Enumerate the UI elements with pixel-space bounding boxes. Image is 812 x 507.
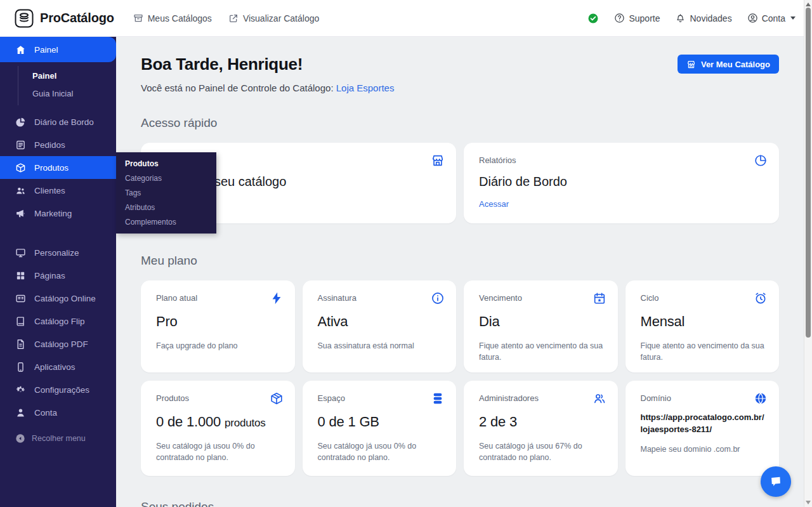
card-desc: Fique atento ao vencimento da sua fatura… — [479, 340, 605, 363]
sidebar-item-configuracoes[interactable]: Configurações — [0, 378, 116, 401]
sidebar-item-label: Painel — [34, 45, 58, 55]
layers-logo-icon — [14, 8, 34, 29]
flyout-item-categorias[interactable]: Categorias — [116, 171, 216, 186]
sidebar-item-label: Conta — [34, 408, 57, 418]
sidebar-item-personalize[interactable]: Personalize — [0, 241, 116, 264]
view-catalog-button[interactable]: Ver Meu Catálogo — [678, 55, 779, 74]
support-menu[interactable]: Suporte — [614, 13, 660, 23]
package-icon — [270, 392, 284, 405]
list-card-icon — [15, 293, 26, 304]
sidebar-item-marketing[interactable]: Marketing — [0, 202, 116, 225]
collapse-menu-button[interactable]: Recolher menu — [0, 430, 116, 447]
main-content: Boa Tarde, Henrique! Você está no Painel… — [116, 37, 804, 507]
card-value: 2 de 3 — [479, 414, 605, 430]
collapse-arrow-icon — [15, 433, 25, 444]
sidebar-item-label: Pedidos — [34, 140, 65, 150]
sidebar-item-catalogo-flip[interactable]: Catálogo Flip — [0, 310, 116, 333]
chevron-down-icon — [790, 16, 796, 20]
card-desc: Mapeie seu dominio .com.br — [641, 444, 767, 455]
page-greeting: Boa Tarde, Henrique! — [141, 55, 394, 74]
nav-label: Visualizar Catálogo — [243, 13, 319, 23]
gear-icon — [15, 385, 26, 395]
sidebar-item-label: Diário de Bordo — [34, 117, 94, 127]
orders-icon — [15, 140, 26, 150]
flyout-item-complementos[interactable]: Complementos — [116, 215, 216, 230]
scrollbar-thumb[interactable] — [806, 8, 811, 338]
card-desc: Seu catálogo já usou 0% do contratado no… — [318, 440, 444, 463]
brand-logo[interactable]: ProCatálogo — [14, 8, 114, 29]
card-value: 0 de 1.000 produtos — [156, 414, 282, 430]
help-circle-icon — [614, 13, 625, 23]
quick-access-heading: Acesso rápido — [141, 116, 779, 130]
user-icon — [15, 407, 26, 418]
usage-value: 0 de 1.000 — [156, 414, 221, 430]
card-label: Ciclo — [641, 293, 767, 303]
domain-url: https://app.procatalogo.com.br/lojaespor… — [641, 412, 767, 436]
catalog-name-link[interactable]: Loja Esportes — [336, 82, 395, 93]
news-label: Novidades — [690, 13, 731, 23]
sidebar-item-label: Configurações — [34, 385, 89, 395]
card-label: Assinatura — [318, 293, 444, 303]
calendar-icon — [593, 291, 606, 305]
card-label: Domínio — [641, 393, 767, 403]
pie-chart-icon — [754, 154, 768, 168]
sidebar-item-pedidos[interactable]: Pedidos — [0, 133, 116, 156]
scroll-down-arrow-icon[interactable] — [806, 501, 811, 504]
storefront-icon — [431, 154, 445, 168]
sidebar-item-aplicativos[interactable]: Aplicativos — [0, 355, 116, 378]
produtos-flyout-menu: Produtos Categorias Tags Atributos Compl… — [116, 152, 216, 234]
sidebar-item-diario-de-bordo[interactable]: Diário de Bordo — [0, 110, 116, 133]
subtitle-text: Você está no Painel de Controle do Catál… — [141, 82, 334, 93]
acessar-link[interactable]: Acessar — [479, 199, 509, 209]
sidebar: Painel Painel Guia Inicial Diário de Bor… — [0, 37, 116, 507]
account-menu[interactable]: Conta — [747, 13, 796, 23]
flyout-item-produtos[interactable]: Produtos — [116, 157, 216, 171]
sidebar-item-catalogo-pdf[interactable]: Catálogo PDF — [0, 333, 116, 355]
news-menu[interactable]: Novidades — [675, 13, 731, 23]
sidebar-item-paginas[interactable]: Páginas — [0, 264, 116, 287]
plan-card-produtos: Produtos 0 de 1.000 produtos Seu catálog… — [141, 381, 295, 476]
submenu-item-guia-inicial[interactable]: Guia Inicial — [18, 85, 116, 103]
external-link-icon — [228, 13, 239, 23]
sidebar-item-catalogo-online[interactable]: Catálogo Online — [0, 287, 116, 310]
nav-meus-catalogos[interactable]: Meus Catálogos — [133, 13, 212, 23]
sidebar-item-produtos[interactable]: Produtos — [0, 156, 116, 179]
chat-widget-button[interactable] — [761, 466, 791, 497]
nav-label: Meus Catálogos — [148, 13, 212, 23]
nav-visualizar-catalogo[interactable]: Visualizar Catálogo — [228, 13, 319, 23]
plan-card-plano-atual: Plano atual Pro Faça upgrade do plano — [141, 280, 295, 372]
card-label: Vencimento — [479, 293, 605, 303]
flyout-item-atributos[interactable]: Atributos — [116, 201, 216, 215]
painel-submenu: Painel Guia Inicial — [18, 66, 116, 105]
sidebar-item-label: Aplicativos — [34, 362, 75, 372]
info-icon — [431, 291, 445, 305]
sidebar-item-label: Páginas — [34, 271, 65, 280]
collapse-label: Recolher menu — [32, 434, 86, 443]
card-label: Plano atual — [156, 293, 282, 303]
plan-card-dominio: Domínio https://app.procatalogo.com.br/l… — [625, 381, 780, 476]
sidebar-item-label: Catálogo Flip — [34, 317, 85, 326]
grid-icon — [15, 270, 26, 281]
sidebar-item-clientes[interactable]: Clientes — [0, 179, 116, 202]
card-desc: Faça upgrade do plano — [156, 340, 282, 352]
quick-card-relatorios[interactable]: Relatórios Diário de Bordo Acessar — [464, 143, 779, 223]
sidebar-item-painel[interactable]: Painel — [0, 37, 116, 62]
submenu-item-painel[interactable]: Painel — [18, 67, 116, 85]
monitor-icon — [15, 247, 26, 258]
brand-name: ProCatálogo — [40, 11, 114, 25]
flyout-item-tags[interactable]: Tags — [116, 186, 216, 201]
megaphone-icon — [15, 208, 26, 219]
sidebar-item-conta[interactable]: Conta — [0, 401, 116, 424]
scroll-up-arrow-icon[interactable] — [806, 3, 811, 6]
database-icon — [431, 392, 445, 405]
storefront-icon — [686, 60, 696, 69]
plan-card-assinatura: Assinatura Ativa Sua assinatura está nor… — [303, 280, 457, 372]
card-value: Pro — [156, 313, 282, 330]
card-value: 0 de 1 GB — [318, 414, 444, 430]
lightning-icon — [270, 291, 284, 305]
plan-heading: Meu plano — [141, 254, 779, 268]
card-label: Produtos — [156, 393, 282, 403]
pie-chart-icon — [15, 117, 26, 128]
alarm-clock-icon — [754, 291, 768, 305]
vertical-scrollbar[interactable] — [804, 0, 812, 507]
